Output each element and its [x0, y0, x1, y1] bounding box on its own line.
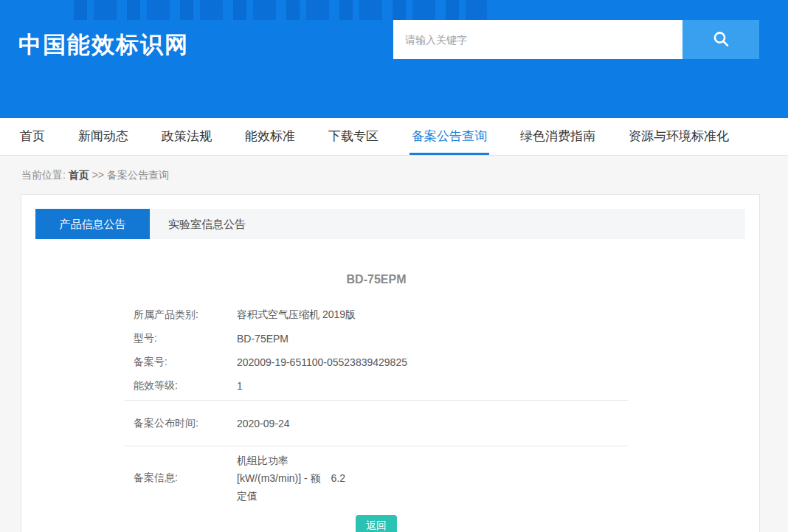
- nav-item-policy[interactable]: 政策法规: [162, 118, 212, 155]
- search-icon: [711, 30, 731, 49]
- field-value-registration-info: 机组比功率 [kW/(m3/min)] - 额 6.2 定值: [237, 452, 345, 505]
- field-label-publish-date: 备案公布时间:: [125, 417, 237, 430]
- field-row-registration-info: 备案信息: 机组比功率 [kW/(m3/min)] - 额 6.2 定值: [125, 446, 628, 511]
- field-value-efficiency-grade: 1: [237, 380, 243, 392]
- nav-item-home[interactable]: 首页: [20, 118, 45, 155]
- nav-item-downloads[interactable]: 下载专区: [328, 118, 379, 155]
- main-nav: 首页 新闻动态 政策法规 能效标准 下载专区 备案公告查询 绿色消费指南 资源与…: [0, 118, 788, 156]
- site-header: 中国能效标识网: [0, 0, 788, 118]
- field-value-model: BD-75EPM: [237, 333, 288, 345]
- field-label-record-number: 备案号:: [125, 356, 237, 369]
- field-row-category: 所属产品类别: 容积式空气压缩机 2019版: [125, 303, 628, 327]
- site-logo[interactable]: 中国能效标识网: [18, 30, 189, 61]
- nav-item-record-query[interactable]: 备案公告查询: [412, 118, 487, 155]
- field-value-record-number: 202009-19-651100-05523839429825: [237, 356, 407, 368]
- registration-param-line3: 定值: [237, 487, 345, 505]
- breadcrumb: 当前位置: 首页 >> 备案公告查询: [0, 156, 788, 194]
- field-label-registration-info: 备案信息:: [125, 471, 237, 485]
- breadcrumb-home-link[interactable]: 首页: [69, 169, 89, 181]
- field-label-model: 型号:: [125, 332, 237, 345]
- registration-value-number: 6.2: [331, 469, 345, 487]
- registration-param-line2: [kW/(m3/min)] - 额: [237, 469, 321, 487]
- breadcrumb-separator: >>: [92, 169, 104, 181]
- registration-param-line2-row: [kW/(m3/min)] - 额 6.2: [237, 469, 345, 487]
- nav-item-standards[interactable]: 能效标准: [245, 118, 295, 155]
- field-group-basic: 所属产品类别: 容积式空气压缩机 2019版 型号: BD-75EPM 备案号:…: [125, 303, 628, 401]
- tab-product-info[interactable]: 产品信息公告: [35, 209, 150, 239]
- field-value-publish-date: 2020-09-24: [237, 418, 290, 429]
- nav-item-green-guide[interactable]: 绿色消费指南: [520, 118, 595, 155]
- breadcrumb-current: 备案公告查询: [107, 169, 169, 181]
- field-row-model: 型号: BD-75EPM: [125, 327, 628, 350]
- back-button[interactable]: 返回: [356, 515, 397, 532]
- header-watermark-decoration: [74, 0, 487, 20]
- product-detail: BD-75EPM 所属产品类别: 容积式空气压缩机 2019版 型号: BD-7…: [125, 273, 628, 532]
- tab-lab-info[interactable]: 实验室信息公告: [150, 209, 264, 239]
- field-row-efficiency-grade: 能效等级: 1: [125, 374, 628, 398]
- field-row-record-number: 备案号: 202009-19-651100-05523839429825: [125, 350, 628, 374]
- field-label-efficiency-grade: 能效等级:: [125, 379, 237, 393]
- search-input[interactable]: [393, 20, 682, 59]
- search-button[interactable]: [682, 20, 759, 59]
- nav-item-resources-env[interactable]: 资源与环境标准化: [629, 118, 729, 155]
- field-label-category: 所属产品类别:: [125, 308, 237, 322]
- tab-row: 产品信息公告 实验室信息公告: [35, 209, 745, 239]
- field-value-category: 容积式空气压缩机 2019版: [237, 308, 356, 322]
- breadcrumb-prefix: 当前位置:: [21, 169, 66, 181]
- content-card: 产品信息公告 实验室信息公告 BD-75EPM 所属产品类别: 容积式空气压缩机…: [21, 194, 760, 532]
- product-title: BD-75EPM: [125, 273, 628, 286]
- registration-param-line1: 机组比功率: [237, 452, 345, 469]
- field-row-publish-date: 备案公布时间: 2020-09-24: [125, 401, 628, 446]
- nav-item-news[interactable]: 新闻动态: [78, 118, 128, 155]
- search-bar: [393, 20, 759, 59]
- button-row: 返回: [125, 515, 628, 532]
